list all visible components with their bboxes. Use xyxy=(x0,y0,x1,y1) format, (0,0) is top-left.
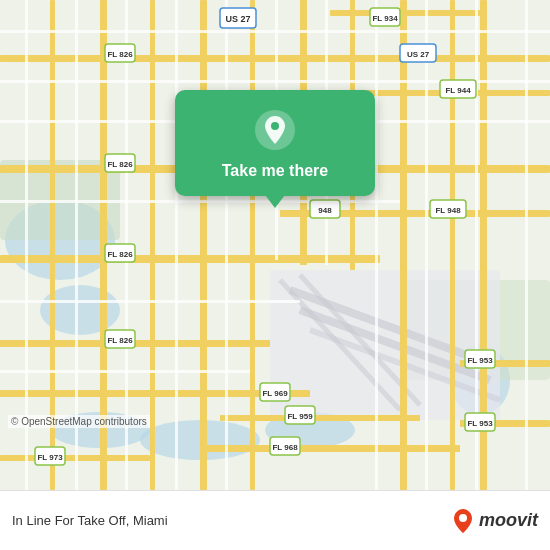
svg-text:FL 826: FL 826 xyxy=(107,336,133,345)
popup-label: Take me there xyxy=(222,162,328,180)
svg-rect-48 xyxy=(225,0,228,490)
svg-text:FL 969: FL 969 xyxy=(262,389,288,398)
svg-rect-37 xyxy=(450,0,455,490)
svg-rect-51 xyxy=(375,0,378,490)
svg-text:FL 968: FL 968 xyxy=(272,443,298,452)
svg-rect-20 xyxy=(200,445,460,452)
svg-text:FL 826: FL 826 xyxy=(107,50,133,59)
svg-point-88 xyxy=(271,122,279,130)
svg-text:FL 953: FL 953 xyxy=(467,356,493,365)
location-pin-icon xyxy=(253,108,297,152)
moovit-icon xyxy=(449,507,477,535)
svg-rect-52 xyxy=(425,0,428,490)
svg-rect-29 xyxy=(200,0,207,490)
svg-text:FL 826: FL 826 xyxy=(107,160,133,169)
svg-rect-17 xyxy=(0,255,380,263)
svg-text:US 27: US 27 xyxy=(225,14,250,24)
svg-text:FL 948: FL 948 xyxy=(435,206,461,215)
location-title: In Line For Take Off, Miami xyxy=(12,513,168,528)
svg-point-89 xyxy=(459,514,467,522)
popup-card[interactable]: Take me there xyxy=(175,90,375,196)
bottom-bar: In Line For Take Off, Miami moovit xyxy=(0,490,550,550)
svg-rect-31 xyxy=(400,0,407,490)
svg-text:US 27: US 27 xyxy=(407,50,430,59)
svg-text:FL 944: FL 944 xyxy=(445,86,471,95)
osm-attribution: © OpenStreetMap contributors xyxy=(8,415,150,428)
svg-rect-54 xyxy=(525,0,528,490)
svg-rect-34 xyxy=(150,0,155,490)
moovit-text: moovit xyxy=(479,510,538,531)
svg-text:FL 953: FL 953 xyxy=(467,419,493,428)
svg-text:FL 959: FL 959 xyxy=(287,412,313,421)
moovit-logo: moovit xyxy=(449,507,538,535)
svg-rect-42 xyxy=(0,300,300,303)
svg-text:FL 973: FL 973 xyxy=(37,453,63,462)
svg-rect-47 xyxy=(175,0,178,490)
svg-text:FL 826: FL 826 xyxy=(107,250,133,259)
map-container: US 27 FL 826 FL 826 FL 826 FL 826 FL 969… xyxy=(0,0,550,490)
svg-rect-35 xyxy=(250,0,255,490)
svg-text:948: 948 xyxy=(318,206,332,215)
svg-text:FL 934: FL 934 xyxy=(372,14,398,23)
